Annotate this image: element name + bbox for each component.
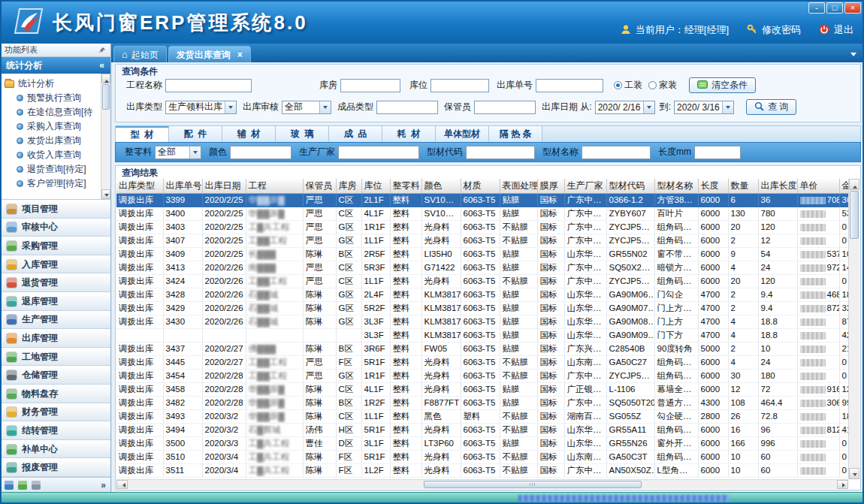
manufacturer-input[interactable] (338, 146, 419, 159)
sidebar-menu-item[interactable]: 结转管理 (0, 421, 110, 440)
scroll-right-icon[interactable] (837, 480, 848, 489)
table-row[interactable]: 调拨出库34002020/2/25华▓▓原▓严思C区4L1F整料SV10…606… (116, 207, 848, 220)
table-row[interactable]: 调拨出库34822020/2/28华▓▓原▓陈琳B区1R2F整料F8877FT6… (116, 396, 848, 409)
outbound-audit-select[interactable]: 全部 (282, 101, 331, 114)
column-header[interactable]: 出库单号 (163, 179, 202, 193)
tree-item[interactable]: 退货查询[待定] (5, 162, 110, 177)
table-row[interactable]: 调拨出库34582020/2/28华▓▓原▓陈琳C区4L1F整料光身料6063-… (116, 382, 848, 396)
maximize-button[interactable]: □ (826, 2, 843, 14)
material-tab[interactable]: 型 材 (116, 126, 169, 142)
sidebar-menu-item[interactable]: 仓储管理 (0, 366, 110, 385)
scroll-thumb[interactable] (102, 84, 110, 110)
column-header[interactable]: 金 (839, 179, 848, 193)
material-tab[interactable]: 配 件 (169, 126, 222, 142)
scroll-left-icon[interactable] (116, 480, 128, 489)
table-row[interactable]: 调拨出库34302020/2/26石▓▓城陈琳G区3L3F整料KLM381760… (116, 315, 848, 328)
column-header[interactable]: 库位 (361, 179, 390, 193)
tab-shipment-outbound-query[interactable]: 发货出库查询 × (168, 46, 251, 62)
date-from-picker[interactable]: 2020/ 2/16 (595, 101, 655, 114)
column-header[interactable]: 材质 (461, 179, 500, 193)
table-row[interactable]: 调拨出库35102020/3/4工▓共工程陈琳F区5R1F整料光身料6063-T… (116, 450, 848, 463)
change-password-link[interactable]: 修改密码 (762, 23, 801, 37)
clear-conditions-button[interactable]: 清空条件 (689, 77, 756, 93)
tree-scrollbar[interactable] (101, 74, 110, 199)
column-header[interactable]: 膜厚 (537, 179, 564, 193)
scroll-up-icon[interactable] (101, 74, 110, 83)
minimize-button[interactable]: - (808, 2, 825, 14)
project-name-input[interactable] (165, 79, 252, 92)
sidebar-menu-item[interactable]: 物料盘存 (0, 385, 110, 403)
tab-overflow-icon[interactable] (850, 53, 856, 59)
scroll-up-icon[interactable] (849, 179, 859, 190)
scroll-thumb[interactable] (850, 191, 859, 239)
sidebar-menu-item[interactable]: 入库管理 (0, 255, 110, 274)
table-row[interactable]: 调拨出库34942020/3/2石▓辉城汤伟H区5R1F整料光身料6063-T5… (116, 423, 848, 436)
tree-item[interactable]: 收货入库查询 (5, 148, 110, 162)
column-header[interactable]: 整零料 (390, 179, 421, 193)
material-tab[interactable]: 成 品 (329, 126, 382, 142)
sidebar-menu-item[interactable]: 出库管理 (0, 329, 110, 348)
material-tab[interactable]: 单体型材 (436, 126, 489, 142)
sidebar-menu-item[interactable]: 采购管理 (0, 237, 110, 255)
color-input[interactable] (230, 146, 292, 159)
horizontal-scrollbar[interactable] (116, 479, 848, 489)
grid-icon[interactable] (5, 481, 14, 490)
column-header[interactable]: 出库长度 (758, 179, 797, 193)
radio-jiazhuang[interactable]: 家装 (648, 79, 677, 92)
tree-item[interactable]: 采购入库查询 (5, 119, 110, 134)
table-row[interactable]: 调拨出库34452020/2/27工▓▓工程严思F区5R1F整料光身料6063-… (116, 355, 848, 369)
column-header[interactable]: 单价 (797, 179, 839, 193)
location-input[interactable] (430, 79, 489, 92)
product-type-input[interactable] (376, 101, 438, 114)
tab-close-icon[interactable]: × (237, 47, 243, 63)
date-to-picker[interactable]: 2020/ 3/16 (674, 101, 734, 114)
column-header[interactable]: 出库日期 (202, 179, 246, 193)
column-header[interactable]: 数量 (728, 179, 758, 193)
warehouse-input[interactable] (340, 79, 400, 92)
keeper-input[interactable] (474, 101, 536, 114)
scroll-down-icon[interactable] (849, 468, 859, 479)
pin-icon[interactable] (98, 46, 106, 55)
material-tab[interactable]: 隔 热 条 (489, 126, 542, 142)
tree-item[interactable]: 在途信息查询[待 (5, 105, 110, 119)
column-header[interactable]: 生产厂家 (564, 179, 606, 193)
logout-link[interactable]: 退出 (834, 23, 853, 37)
table-row[interactable]: 3L3F整料KLM38176063-T5贴膜国标山东华…GA90M09…门下方4… (116, 328, 848, 342)
tree-root[interactable]: 统计分析 (5, 77, 110, 91)
sidebar-menu-item[interactable]: 审核中心 (0, 219, 110, 237)
scroll-thumb[interactable] (424, 481, 642, 488)
column-header[interactable]: 出库类型 (116, 179, 163, 193)
sidebar-menu-item[interactable]: 报废管理 (0, 458, 110, 477)
column-header[interactable]: 颜色 (421, 179, 461, 193)
radio-gongzhuang[interactable]: 工装 (614, 79, 642, 92)
sidebar-menu-item[interactable]: 工地管理 (0, 348, 110, 367)
table-row[interactable]: 调拨出库34032020/2/25工▓共工程严思G区1R1F整料光身料6063-… (116, 220, 848, 234)
table-row[interactable]: 调拨出库34542020/2/28工▓▓工程严思G区1R1F整料光身料6063-… (116, 369, 848, 382)
vertical-scrollbar[interactable] (848, 179, 859, 479)
tree-item[interactable]: 预警执行查询 (5, 91, 110, 105)
whole-piece-select[interactable]: 全部 (155, 146, 201, 159)
scroll-down-icon[interactable] (101, 189, 110, 199)
table-row[interactable]: 调拨出库34092020/2/25长▓▓▓陈琳B区2R5F整料LI35H0606… (116, 247, 848, 261)
material-tab[interactable]: 玻 璃 (276, 126, 329, 142)
column-header[interactable]: 表面处理 (500, 179, 537, 193)
table-row[interactable]: 调拨出库35112020/3/4工▓共工程陈琳F区1L2F整料光身料6063-T… (116, 463, 848, 477)
profile-code-input[interactable] (466, 146, 535, 159)
sidebar-section-header[interactable]: 统计分析 « (0, 57, 110, 74)
column-header[interactable]: 工程 (246, 179, 303, 193)
material-tab[interactable]: 耗 材 (382, 126, 436, 142)
table-row[interactable]: 调拨出库34932020/3/2华▓▓原▓陈琳C区1L1F整料黑色塑料不贴膜国标… (116, 409, 848, 423)
table-row[interactable]: 调拨出库34372020/2/27佛▓▓▓陈琳B区3R6F整料FW056063-… (116, 342, 848, 355)
length-input[interactable] (694, 146, 741, 159)
column-header[interactable]: 型材代码 (606, 179, 654, 193)
collapse-icon[interactable]: « (99, 60, 104, 71)
material-tab[interactable]: 辅 材 (222, 126, 276, 142)
table-row[interactable]: 调拨出库34072020/2/25工▓▓工程严思G区1L1F整料光身料6063-… (116, 234, 848, 247)
table-row[interactable]: 调拨出库34292020/2/26石▓▓城陈琳G区5R2F整料KLM381760… (116, 301, 848, 315)
profile-name-input[interactable] (582, 146, 651, 159)
table-row[interactable]: 调拨出库33992020/2/25华▓▓原▓严思C区2L1F整料SV10…606… (116, 193, 848, 207)
order-no-input[interactable] (536, 79, 603, 92)
table-row[interactable]: 调拨出库35002020/3/3工▓共工程曹佳D区3L1F整料LT3P60606… (116, 436, 848, 450)
column-header[interactable]: 保管员 (303, 179, 336, 193)
sidebar-menu-item[interactable]: 补单中心 (0, 440, 110, 459)
